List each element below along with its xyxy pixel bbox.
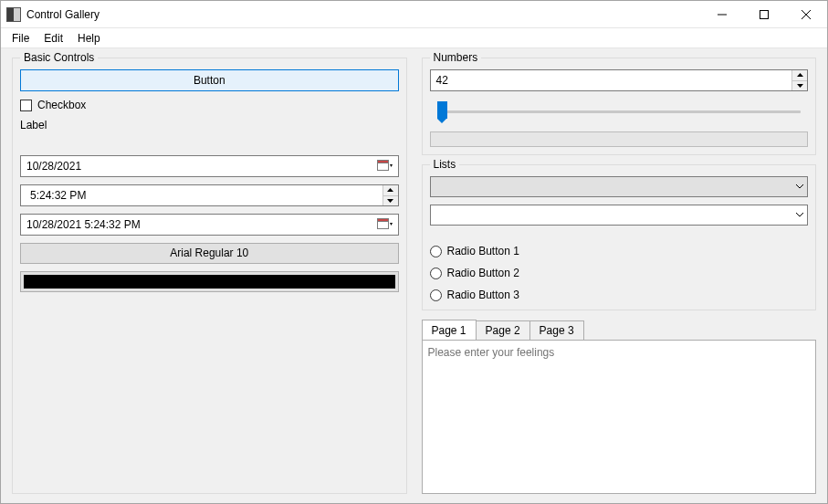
date-picker[interactable]: 10/28/2021 <box>20 155 399 177</box>
tab-control: Page 1 Page 2 Page 3 <box>422 320 817 494</box>
menubar: File Edit Help <box>1 28 827 48</box>
menu-help[interactable]: Help <box>70 30 108 47</box>
radio-button-2[interactable]: Radio Button 2 <box>430 266 809 280</box>
color-swatch <box>24 275 395 289</box>
left-column: Basic Controls Button Checkbox Label 10/… <box>12 58 407 494</box>
time-spin-down[interactable] <box>383 195 398 206</box>
radio-icon <box>430 268 442 279</box>
lists-group: Lists Radio Button 1 Radio <box>422 164 817 310</box>
close-icon <box>802 10 811 19</box>
right-column: Numbers 42 <box>422 58 817 494</box>
button-control[interactable]: Button <box>20 69 399 91</box>
label-control: Label <box>20 119 399 131</box>
maximize-icon <box>760 10 769 19</box>
calendar-dropdown-icon <box>377 218 393 231</box>
radio-label: Radio Button 2 <box>447 267 519 279</box>
time-spin-up[interactable] <box>383 185 398 195</box>
slider-thumb[interactable] <box>437 101 447 119</box>
menu-file[interactable]: File <box>5 30 37 47</box>
svg-rect-7 <box>377 219 388 222</box>
spinner-up[interactable] <box>792 70 807 80</box>
chevron-down-icon <box>796 184 803 189</box>
tab-page-3[interactable]: Page 3 <box>529 320 584 341</box>
numbers-title: Numbers <box>430 51 482 64</box>
tab-strip: Page 1 Page 2 Page 3 <box>422 320 817 340</box>
datetime-picker[interactable]: 10/28/2021 5:24:32 PM <box>20 214 399 236</box>
window-title: Control Gallery <box>26 8 100 21</box>
feelings-textarea[interactable] <box>428 346 811 488</box>
svg-rect-1 <box>760 10 769 18</box>
number-spinner[interactable]: 42 <box>430 69 809 91</box>
checkbox-box <box>20 100 32 111</box>
numbers-group: Numbers 42 <box>422 58 817 155</box>
svg-rect-5 <box>377 161 388 163</box>
combo-box[interactable] <box>430 176 809 197</box>
progress-bar <box>430 131 809 147</box>
radio-label: Radio Button 3 <box>447 289 519 301</box>
slider[interactable] <box>430 99 809 124</box>
font-button[interactable]: Arial Regular 10 <box>20 243 399 264</box>
checkbox-label: Checkbox <box>37 99 86 111</box>
basic-controls-title: Basic Controls <box>20 51 98 64</box>
datetime-value: 10/28/2021 5:24:32 PM <box>26 218 141 231</box>
radio-icon <box>430 246 442 257</box>
radio-icon <box>430 289 442 301</box>
titlebar: Control Gallery <box>1 1 827 28</box>
time-value: 5:24:32 PM <box>21 185 383 205</box>
checkbox-control[interactable]: Checkbox <box>20 99 399 111</box>
editable-combo-box[interactable] <box>430 205 809 226</box>
radio-label: Radio Button 1 <box>447 245 519 257</box>
calendar-dropdown-icon <box>377 160 393 173</box>
minimize-icon <box>718 10 727 19</box>
menu-edit[interactable]: Edit <box>37 30 70 47</box>
spinner-down[interactable] <box>792 80 807 91</box>
lists-title: Lists <box>430 158 460 171</box>
date-value: 10/28/2021 <box>26 160 81 173</box>
basic-controls-group: Basic Controls Button Checkbox Label 10/… <box>12 58 407 494</box>
tab-page-2[interactable]: Page 2 <box>476 320 530 341</box>
color-button[interactable] <box>20 271 399 292</box>
minimize-button[interactable] <box>701 1 743 28</box>
slider-track <box>437 110 802 113</box>
tab-panel <box>422 340 817 494</box>
content-area: Basic Controls Button Checkbox Label 10/… <box>1 48 827 503</box>
chevron-down-icon <box>796 213 803 217</box>
maximize-button[interactable] <box>743 1 785 28</box>
tab-page-1[interactable]: Page 1 <box>422 320 477 340</box>
radio-button-3[interactable]: Radio Button 3 <box>430 288 809 302</box>
radio-button-1[interactable]: Radio Button 1 <box>430 244 809 258</box>
close-button[interactable] <box>785 1 827 28</box>
app-icon <box>6 7 21 22</box>
spinner-value: 42 <box>431 70 792 90</box>
time-picker[interactable]: 5:24:32 PM <box>20 184 399 206</box>
window: Control Gallery File Edit Help Basic Con… <box>0 0 828 504</box>
